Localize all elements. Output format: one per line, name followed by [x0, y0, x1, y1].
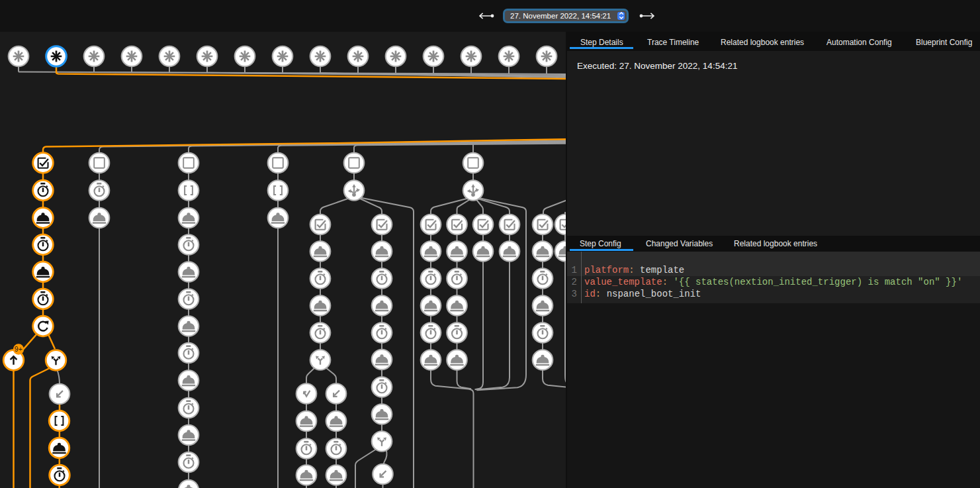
svg-text:9+: 9+ — [15, 345, 22, 353]
